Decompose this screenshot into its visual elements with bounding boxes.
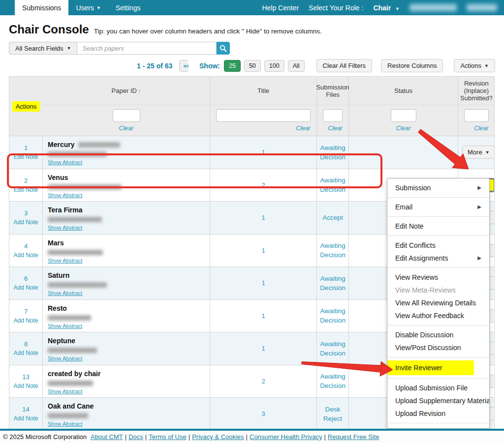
submission-files-count-link[interactable]: 2 — [261, 378, 265, 385]
submission-files-count-link[interactable]: 2 — [261, 181, 265, 189]
paper-id-link[interactable]: 14 — [22, 406, 29, 413]
menu-item-upload-submission-file[interactable]: Upload Submission File — [387, 382, 489, 394]
menu-item-edit-note[interactable]: Edit Note — [387, 220, 489, 233]
table-row: 1 Edit Note Mercury Show Abstract 1 Awai… — [9, 136, 494, 169]
submission-files-count-link[interactable]: 1 — [261, 214, 265, 221]
filter-paper-id-input[interactable] — [113, 109, 140, 122]
show-abstract-link[interactable]: Show Abstract — [48, 258, 82, 264]
show-abstract-link[interactable]: Show Abstract — [48, 225, 82, 231]
nav-item-settings[interactable]: Settings — [108, 0, 148, 15]
note-link[interactable]: Add Note — [13, 383, 38, 389]
clear-filter-link[interactable]: Clear — [328, 125, 343, 132]
search-fields-dropdown[interactable]: All Search Fields ▼ — [9, 42, 77, 55]
filter-status-input[interactable] — [391, 109, 416, 122]
more-button[interactable]: More ▼ — [462, 146, 495, 159]
menu-item-view-all-reviewing-details[interactable]: View All Reviewing Details — [387, 296, 489, 309]
filter-paper-id: Clear — [43, 105, 210, 136]
column-header-paper-id[interactable]: Paper ID↑ — [43, 77, 210, 105]
column-header-actions: Actions — [9, 77, 43, 136]
restore-columns-button[interactable]: Restore Columns — [381, 59, 443, 72]
submission-files-count-link[interactable]: 1 — [261, 345, 265, 352]
paper-id-link[interactable]: 8 — [24, 340, 28, 348]
note-link[interactable]: Add Note — [13, 350, 38, 356]
note-link[interactable]: Edit Note — [14, 153, 38, 160]
note-link[interactable]: Add Note — [13, 284, 38, 291]
filter-files-input[interactable] — [323, 109, 343, 122]
show-abstract-link[interactable]: Show Abstract — [48, 159, 82, 165]
menu-section: Submission▶ — [387, 178, 489, 197]
note-link[interactable]: Edit Note — [14, 186, 38, 193]
search-input[interactable] — [77, 42, 217, 55]
note-link[interactable]: Add Note — [13, 219, 38, 226]
submission-files-count-link[interactable]: 1 — [261, 279, 265, 287]
paper-id-link[interactable]: 7 — [24, 308, 28, 315]
filter-title-input[interactable] — [216, 109, 311, 122]
menu-item-view-reviews[interactable]: View Reviews — [387, 271, 489, 284]
submission-files-count-link[interactable]: 1 — [261, 148, 265, 156]
footer-link-terms-of-use[interactable]: Terms of Use — [149, 433, 187, 441]
submission-files-count-link[interactable]: 1 — [261, 247, 265, 254]
footer-link-privacy-cookies[interactable]: Privacy & Cookies — [192, 433, 244, 441]
show-abstract-link[interactable]: Show Abstract — [48, 388, 82, 394]
clear-filter-link[interactable]: Clear — [296, 125, 311, 132]
clear-all-filters-button[interactable]: Clear All Filters — [316, 59, 372, 72]
submission-files-count-link[interactable]: 1 — [261, 312, 265, 320]
menu-item-submission[interactable]: Submission▶ — [387, 181, 489, 194]
menu-item-upload-revision[interactable]: Upload Revision — [387, 407, 489, 420]
column-header-title[interactable]: Title — [210, 77, 317, 105]
nav-item-submissions[interactable]: Submissions — [15, 0, 68, 15]
column-header-status[interactable]: Status — [349, 77, 458, 105]
submission-files-count-link[interactable]: 3 — [261, 410, 265, 417]
paper-id-link[interactable]: 13 — [22, 373, 29, 381]
paper-title: created by chair — [48, 370, 100, 378]
menu-item-disable-discussion[interactable]: Disable Discussion — [387, 328, 489, 341]
footer-link-docs[interactable]: Docs — [128, 433, 143, 441]
paper-id-link[interactable]: 3 — [24, 209, 28, 217]
menu-item-view-author-feedback[interactable]: View Author Feedback — [387, 309, 489, 322]
sort-asc-icon: ↑ — [138, 87, 141, 94]
show-option-100[interactable]: 100 — [264, 60, 284, 72]
actions-dropdown-button[interactable]: Actions▼ — [454, 59, 495, 72]
menu-item-edit-assignments[interactable]: Edit Assignments▶ — [387, 252, 489, 265]
redacted-authors — [48, 315, 91, 321]
show-label: Show: — [199, 62, 220, 70]
note-link[interactable]: Add Note — [13, 317, 38, 324]
show-option-all[interactable]: All — [288, 60, 305, 72]
nav-item-users[interactable]: Users▼ — [68, 0, 108, 15]
show-abstract-link[interactable]: Show Abstract — [48, 421, 82, 427]
copyright-text: © 2025 Microsoft Corporation — [3, 433, 87, 441]
clear-filter-link[interactable]: Clear — [119, 125, 134, 132]
paper-id-link[interactable]: 6 — [24, 275, 28, 282]
search-button[interactable] — [217, 42, 230, 55]
menu-item-upload-supplementary-material[interactable]: Upload Supplementary Material — [387, 394, 489, 407]
paper-id-link[interactable]: 2 — [24, 177, 28, 184]
filter-revision-input[interactable] — [464, 109, 489, 122]
show-option-50[interactable]: 50 — [244, 60, 261, 72]
show-abstract-link[interactable]: Show Abstract — [48, 355, 82, 361]
footer: © 2025 Microsoft Corporation About CMT|D… — [0, 429, 504, 443]
help-center-link[interactable]: Help Center — [262, 4, 299, 12]
show-abstract-link[interactable]: Show Abstract — [48, 290, 82, 296]
menu-item-email[interactable]: Email▶ — [387, 201, 489, 213]
top-navbar: SubmissionsUsers▼Settings Help Center Se… — [0, 0, 504, 15]
role-dropdown[interactable]: Chair ▼ — [373, 4, 400, 12]
paper-id-link[interactable]: 4 — [24, 242, 28, 250]
note-link[interactable]: Add Note — [13, 415, 38, 422]
show-abstract-link[interactable]: Show Abstract — [48, 192, 82, 198]
menu-item-edit-conflicts[interactable]: Edit Conflicts — [387, 239, 489, 252]
clear-filter-link[interactable]: Clear — [474, 125, 489, 132]
paper-id-link[interactable]: 1 — [24, 144, 28, 151]
page-button-««[interactable]: «« — [179, 60, 189, 72]
menu-item-view-post-discussion[interactable]: View/Post Discussion — [387, 341, 489, 354]
column-header-revision[interactable]: Revision (Inplace) Submitted? — [458, 77, 495, 105]
column-header-submission-files[interactable]: Submission Files — [317, 77, 349, 105]
footer-link-about-cmt[interactable]: About CMT — [91, 433, 123, 441]
note-link[interactable]: Add Note — [13, 252, 38, 259]
footer-link-request-free-site[interactable]: Request Free Site — [328, 433, 379, 441]
show-option-25[interactable]: 25 — [224, 60, 241, 72]
filter-title: Clear — [210, 105, 317, 136]
menu-item-invite-reviewer[interactable]: Invite Reviewer — [387, 360, 489, 375]
footer-link-consumer-health-privacy[interactable]: Consumer Health Privacy — [250, 433, 322, 441]
show-abstract-link[interactable]: Show Abstract — [48, 323, 82, 329]
clear-filter-link[interactable]: Clear — [396, 125, 411, 132]
